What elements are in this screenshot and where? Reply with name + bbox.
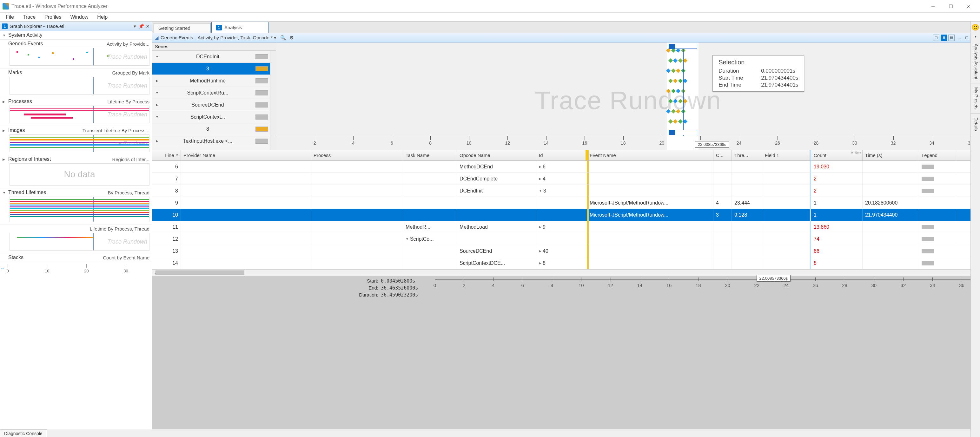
expand-icon[interactable]: ▶ [3,100,6,103]
preset-dropdown-icon[interactable]: ▾ [274,35,277,41]
diagnostic-console-tab[interactable]: Diagnostic Console [1,430,46,437]
series-row[interactable]: ▶SourceDCEnd [152,99,270,111]
expand-icon[interactable] [3,71,6,74]
table-row[interactable]: 6MethodDCEnd▶619,030 [152,161,980,173]
expand-icon[interactable] [3,227,6,231]
section-generic-events[interactable]: Generic Events Activity by Provide... Tr… [0,40,152,68]
selection-popup: Selection Duration0.000000001s Start Tim… [713,55,804,92]
section-images[interactable]: ▶ Images Transient Lifetime By Process..… [0,126,152,155]
table-row[interactable]: 12▼ScriptCo...74 [152,233,980,245]
menu-profiles[interactable]: Profiles [40,13,66,21]
section-lifetime-by-process-thread[interactable]: Lifetime By Process, Thread Trace Rundow… [0,225,152,253]
col-count[interactable]: Count 0 Sum [810,150,862,160]
expand-icon[interactable]: ▶ [3,129,6,132]
close-button[interactable] [960,1,977,12]
expand-icon[interactable]: ▶ [3,158,6,161]
timeline-ruler[interactable]: 24681012141618202224262830323436 [276,136,980,150]
tab-getting-started[interactable]: Getting Started [154,23,211,33]
timeline-chart[interactable]: Trace Rundown 24681012141618202224262830… [276,43,980,150]
expand-icon[interactable]: ▼ [3,191,6,195]
table-row[interactable]: 14ScriptContextDCE...▶88 [152,257,980,269]
statusbar: Diagnostic Console [0,429,47,437]
col-opcode[interactable]: Opcode Name [457,150,536,160]
analysis-title: Generic Events [161,35,193,40]
section-marks[interactable]: Marks Grouped By Mark Trace Rundown [0,68,152,97]
series-row[interactable]: ▼DCEndInit [152,51,270,63]
gear-icon[interactable]: ⚙ [288,35,294,41]
thumbnail-generic-events[interactable]: Trace Rundown [10,48,150,66]
section-subtitle: Transient Lifetime By Process... [83,128,150,133]
table-row[interactable]: 11MethodR...MethodLoad▶913,860 [152,221,980,233]
menu-trace[interactable]: Trace [18,13,40,21]
expand-icon[interactable] [3,256,6,260]
series-row[interactable]: ▼ScriptContext... [152,111,270,123]
menu-file[interactable]: File [1,13,18,21]
menu-window[interactable]: Window [66,13,93,21]
panel-minimize-icon[interactable]: — [956,35,962,41]
series-scrollbar[interactable] [270,51,276,150]
sidebar-close-icon[interactable]: ✕ [145,24,150,29]
col-provider[interactable]: Provider Name [181,150,311,160]
col-field1[interactable]: Field 1 [762,150,810,160]
tab-my-presets[interactable]: My Presets [971,83,980,114]
window-title: Trace.etl - Windows Performance Analyzer [11,3,108,9]
series-row[interactable]: 8 [152,123,270,135]
panel-maximize-icon[interactable]: ▢ [964,35,970,41]
tab-analysis-assistant[interactable]: Analysis Assistant [971,40,980,83]
dropdown-icon[interactable]: ▾ [971,33,980,40]
section-regions-of-interest[interactable]: ▶ Regions of Interest Regions of Inter..… [0,155,152,188]
col-line[interactable]: Line # [152,150,181,160]
sidebar-ruler[interactable]: ↔ 0102030 [0,262,152,275]
thumbnail-lifetime-pt[interactable]: Trace Rundown [10,233,150,250]
menu-help[interactable]: Help [93,13,112,21]
sidebar-dropdown-icon[interactable]: ▾ [132,24,137,29]
col-id[interactable]: Id [536,150,587,160]
tab-analysis[interactable]: 1 Analysis [212,22,269,33]
tab-details[interactable]: Details [971,114,980,135]
table-row[interactable]: 7DCEndComplete▶42 [152,173,980,185]
selection-handle-top[interactable] [669,44,697,49]
series-row[interactable]: ▶MethodRuntime [152,75,270,87]
thumbnail-images[interactable]: ce Rundown [10,135,150,152]
feedback-icon[interactable]: 🙂 [971,22,980,33]
col-process[interactable]: Process [311,150,403,160]
col-thre[interactable]: Thre... [732,150,762,160]
col-event[interactable]: Event Name [587,150,713,160]
collapse-icon[interactable]: ◢ [155,35,159,41]
thumbnail-roi[interactable]: No data [10,163,150,185]
section-stacks[interactable]: Stacks Count by Event Name [0,253,152,262]
table-row[interactable]: 8DCEndInit▼32 [152,185,980,197]
ruler-arrow-icon[interactable]: ↔ [1,266,5,271]
col-legend[interactable]: Legend [919,150,957,160]
maximize-button[interactable] [942,1,960,12]
thumbnail-processes[interactable]: Trace Rundown [10,106,150,124]
table-row[interactable]: 10Microsoft-JScript/MethodRundow...39,12… [152,209,980,221]
col-time[interactable]: Time (s) [862,150,919,160]
section-processes[interactable]: ▶ Processes Lifetime By Process Trace Ru… [0,97,152,126]
col-task[interactable]: Task Name [403,150,457,160]
table-row[interactable]: 13SourceDCEnd▶4066 [152,245,980,257]
table-row[interactable]: 9Microsoft-JScript/MethodRundow...423,44… [152,197,980,209]
series-row[interactable]: 3 [152,63,270,75]
scroll-thumb[interactable] [156,271,244,275]
view-mode-table-icon[interactable]: ▤ [948,35,955,41]
content: Getting Started 1 Analysis ◢ Generic Eve… [152,22,980,429]
section-subtitle: Grouped By Mark [112,70,150,76]
thumbnail-thread-lifetimes[interactable] [10,196,150,222]
view-mode-chart-icon[interactable]: ▢ [933,35,939,41]
series-row[interactable]: ▶TextInputHost.exe <... [152,135,270,147]
search-icon[interactable]: 🔍 [280,35,286,41]
expand-icon[interactable] [3,42,6,46]
series-row[interactable]: ▼ScriptContextRu... [152,87,270,99]
thumbnail-marks[interactable]: Trace Rundown [10,77,150,95]
col-c[interactable]: C... [713,150,732,160]
minimize-button[interactable] [924,1,942,12]
table-hscrollbar[interactable]: ◀ ▶ [152,269,980,276]
selection-handle-bottom[interactable] [669,130,697,135]
view-mode-both-icon[interactable]: ⊞ [941,35,947,41]
section-thread-lifetimes[interactable]: ▼ Thread Lifetimes By Process, Thread [0,188,152,225]
sidebar-pin-icon[interactable]: 📌 [139,24,144,29]
sidebar-title: 1 Graph Explorer - Trace.etl ▾ 📌 ✕ [0,22,152,31]
bottom-ruler[interactable]: 22.008573366s 02468101214161820222426283… [435,276,980,429]
expand-icon[interactable]: ▼ [3,33,6,37]
